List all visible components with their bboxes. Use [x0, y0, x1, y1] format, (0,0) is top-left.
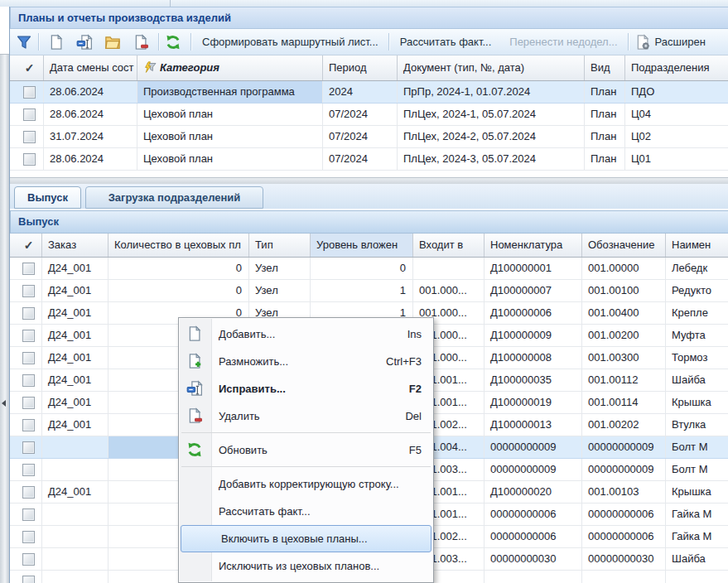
row-checkbox[interactable] [23, 131, 36, 143]
tab-zagruzka-podrazdelenij[interactable]: Загрузка подразделений [85, 186, 263, 209]
menu-item-shortcut: Ins [398, 328, 422, 340]
cell-period: 07/2024 [323, 104, 398, 125]
menu-item-include-in-shop-plans[interactable]: Включить в цеховые планы... [181, 525, 431, 552]
calc-fact-button[interactable]: Рассчитать факт... [400, 36, 492, 48]
cell-name: Втулка [666, 414, 728, 436]
header-check-column[interactable]: ✓ [10, 234, 42, 257]
move-backlog-button: Перенести недодел... [509, 36, 617, 48]
row-checkbox[interactable] [22, 508, 35, 521]
menu-item-add[interactable]: Добавить... Ins [179, 320, 433, 348]
table-row[interactable]: Д24_001 0 Узел 1 001.000... Д100000007 0… [10, 280, 728, 302]
header-check-column[interactable]: ✓ [10, 55, 44, 80]
table-row[interactable]: 28.06.2024 Производственная программа 20… [10, 81, 728, 104]
cell-nomenclature: Д100000035 [485, 369, 582, 391]
menu-item-label: Исключить из цеховых планов... [219, 560, 422, 572]
collapse-left-arrow-icon[interactable] [2, 400, 6, 407]
header-category[interactable]: Категория [137, 55, 323, 80]
menu-item-label: Размножить... [219, 355, 376, 368]
header-qty[interactable]: Количество в цеховых пл [108, 234, 249, 257]
table-row[interactable]: 31.07.2024 Цеховой план 07/2024 ПлЦех, 2… [10, 126, 728, 148]
cell-order: Д24_001 [42, 258, 108, 279]
open-button[interactable] [103, 32, 123, 52]
row-checkbox[interactable] [22, 464, 35, 476]
cell-designation: 001.00114 [582, 392, 666, 413]
row-checkbox[interactable] [22, 397, 35, 409]
cell-qty: 0 [108, 258, 249, 279]
row-checkbox[interactable] [22, 419, 35, 431]
cell-name: Болт М [666, 459, 728, 480]
table-row[interactable]: Д24_001 0 Узел 0 Д100000001 001.00000 Ле… [10, 258, 728, 280]
advanced-button[interactable]: Расширен [655, 36, 706, 48]
row-checkbox[interactable] [22, 553, 35, 566]
delete-document-icon [133, 34, 149, 51]
menu-item-refresh[interactable]: Обновить F5 [179, 436, 433, 464]
header-department[interactable]: Подразделения [625, 55, 728, 80]
advanced-button-icon-wrap[interactable] [633, 32, 653, 52]
row-checkbox[interactable] [22, 307, 35, 320]
cell-designation: 00000000030 [582, 548, 666, 570]
row-checkbox[interactable] [23, 153, 36, 166]
row-checkbox[interactable] [22, 330, 35, 342]
row-checkbox[interactable] [22, 352, 35, 364]
add-button[interactable] [46, 32, 66, 52]
cell-kind: План [585, 104, 625, 125]
menu-item-delete[interactable]: Удалить Del [179, 402, 433, 430]
table-row[interactable]: 28.06.2024 Цеховой план 07/2024 ПлЦех, 2… [10, 104, 728, 126]
tab-vypusk[interactable]: Выпуск [14, 186, 81, 209]
edit-button[interactable] [75, 32, 94, 52]
menu-item-calc-fact[interactable]: Рассчитать факт... [179, 498, 433, 525]
cell-name: Крепле [666, 302, 728, 324]
menu-item-duplicate[interactable]: Размножить... Ctrl+F3 [179, 348, 433, 375]
header-category-label: Категория [160, 55, 219, 80]
header-date[interactable]: Дата смены сост [44, 55, 137, 80]
refresh-button[interactable] [163, 32, 183, 52]
row-checkbox[interactable] [22, 441, 35, 454]
cell-period: 2024 [323, 81, 398, 103]
row-checkbox[interactable] [22, 263, 35, 275]
row-checkbox[interactable] [23, 86, 36, 99]
header-period[interactable]: Период [323, 55, 398, 80]
cell-name: Лебедк [666, 258, 728, 279]
cell-type: Узел [249, 258, 311, 279]
left-splitter-bar[interactable] [0, 54, 9, 583]
row-checkbox[interactable] [22, 576, 35, 583]
refresh-icon [186, 441, 203, 460]
row-checkbox[interactable] [22, 285, 35, 297]
refresh-icon [165, 34, 181, 51]
cell-department: Ц04 [625, 104, 728, 125]
cell-category: Цеховой план [137, 148, 323, 170]
cell-designation: 001.00112 [582, 369, 666, 391]
header-nomenclature[interactable]: Номенклатура [485, 234, 582, 257]
delete-button[interactable] [131, 32, 151, 52]
header-name[interactable]: Наимен [666, 234, 728, 257]
delete-document-icon [186, 407, 203, 426]
menu-item-shortcut: Ctrl+F3 [376, 355, 422, 368]
row-checkbox[interactable] [22, 374, 35, 387]
form-route-sheet-button[interactable]: Сформировать маршрутный лист... [202, 36, 378, 48]
top-strip-divider [170, 0, 171, 7]
header-document[interactable]: Документ (тип, №, дата) [398, 55, 585, 80]
header-parent[interactable]: Входит в [413, 234, 485, 257]
header-kind[interactable]: Вид [585, 55, 625, 80]
row-checkbox[interactable] [23, 108, 36, 121]
header-type[interactable]: Тип [249, 234, 311, 257]
cell-name: Крышка [666, 481, 728, 503]
cell-document: ПлЦех, 2024-2, 05.07.2024 [398, 126, 585, 147]
menu-item-edit[interactable]: Исправить... F2 [179, 375, 433, 402]
header-level[interactable]: Уровень вложен [311, 234, 413, 257]
new-document-icon [186, 325, 203, 344]
header-designation[interactable]: Обозначение [582, 234, 666, 257]
table-row[interactable]: 28.06.2024 Цеховой план 07/2024 ПлЦех, 2… [10, 148, 728, 171]
cell-department: ПДО [625, 81, 728, 103]
menu-item-exclude-from-shop-plans[interactable]: Исключить из цеховых планов... [179, 552, 433, 580]
row-checkbox[interactable] [22, 486, 35, 499]
row-checkbox[interactable] [22, 531, 35, 543]
menu-item-shortcut: F2 [399, 383, 422, 395]
header-order[interactable]: Заказ [42, 234, 108, 257]
cell-date: 31.07.2024 [44, 126, 137, 147]
cell-date: 28.06.2024 [44, 81, 137, 103]
toolbar-separator [190, 33, 191, 51]
cell-department: Ц02 [625, 126, 728, 147]
filter-button[interactable] [14, 32, 34, 52]
menu-item-add-correcting-row[interactable]: Добавить корректирующую строку... [179, 470, 433, 498]
